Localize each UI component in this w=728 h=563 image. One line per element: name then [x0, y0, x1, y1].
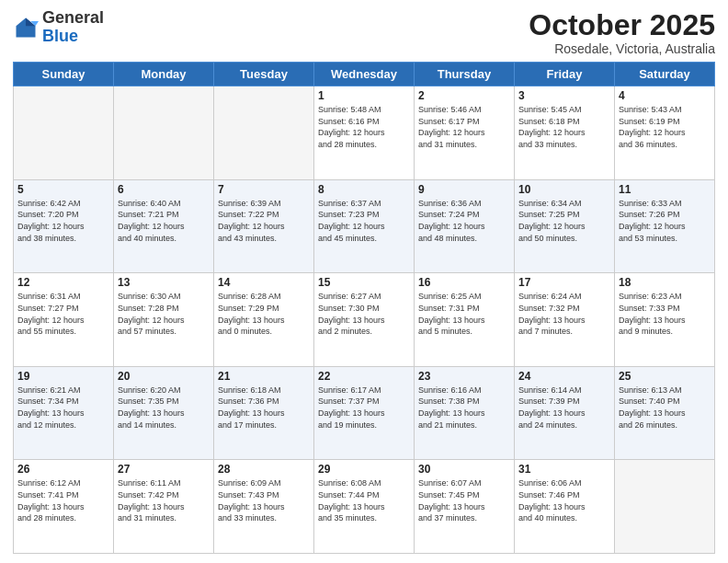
day-info: Sunrise: 6:07 AM Sunset: 7:45 PM Dayligh… [418, 477, 510, 523]
calendar-day-header: Saturday [615, 63, 715, 86]
day-number: 13 [118, 276, 210, 289]
calendar-cell [214, 86, 314, 180]
day-info: Sunrise: 6:14 AM Sunset: 7:39 PM Dayligh… [518, 385, 610, 431]
day-info: Sunrise: 5:43 AM Sunset: 6:19 PM Dayligh… [619, 104, 711, 150]
day-number: 30 [418, 463, 510, 476]
calendar-cell: 1Sunrise: 5:48 AM Sunset: 6:16 PM Daylig… [314, 86, 415, 180]
calendar-header-row: SundayMondayTuesdayWednesdayThursdayFrid… [14, 63, 715, 86]
calendar-day-header: Tuesday [214, 63, 314, 86]
day-number: 6 [118, 183, 210, 196]
day-info: Sunrise: 6:21 AM Sunset: 7:34 PM Dayligh… [17, 385, 109, 431]
logo-general-text: General [42, 8, 104, 27]
calendar-cell: 16Sunrise: 6:25 AM Sunset: 7:31 PM Dayli… [415, 273, 515, 367]
calendar-cell: 26Sunrise: 6:12 AM Sunset: 7:41 PM Dayli… [14, 460, 114, 554]
day-number: 11 [619, 183, 711, 196]
day-number: 9 [418, 183, 510, 196]
calendar-week-row: 26Sunrise: 6:12 AM Sunset: 7:41 PM Dayli… [14, 460, 715, 554]
calendar-cell: 24Sunrise: 6:14 AM Sunset: 7:39 PM Dayli… [515, 366, 615, 460]
location-subtitle: Rosedale, Victoria, Australia [529, 41, 715, 56]
day-number: 26 [17, 463, 109, 476]
day-info: Sunrise: 5:46 AM Sunset: 6:17 PM Dayligh… [418, 104, 510, 150]
calendar-cell: 17Sunrise: 6:24 AM Sunset: 7:32 PM Dayli… [515, 273, 615, 367]
calendar-day-header: Monday [114, 63, 214, 86]
calendar-cell [114, 86, 214, 180]
calendar-cell: 15Sunrise: 6:27 AM Sunset: 7:30 PM Dayli… [314, 273, 415, 367]
day-info: Sunrise: 6:24 AM Sunset: 7:32 PM Dayligh… [518, 291, 610, 337]
day-number: 15 [318, 276, 410, 289]
calendar-cell: 13Sunrise: 6:30 AM Sunset: 7:28 PM Dayli… [114, 273, 214, 367]
calendar-cell: 29Sunrise: 6:08 AM Sunset: 7:44 PM Dayli… [314, 460, 415, 554]
calendar-cell: 5Sunrise: 6:42 AM Sunset: 7:20 PM Daylig… [14, 179, 114, 273]
calendar-week-row: 12Sunrise: 6:31 AM Sunset: 7:27 PM Dayli… [14, 273, 715, 367]
day-number: 23 [418, 370, 510, 383]
day-number: 17 [518, 276, 610, 289]
calendar-week-row: 1Sunrise: 5:48 AM Sunset: 6:16 PM Daylig… [14, 86, 715, 180]
day-number: 4 [619, 89, 711, 102]
day-info: Sunrise: 6:08 AM Sunset: 7:44 PM Dayligh… [318, 477, 410, 523]
calendar-cell: 21Sunrise: 6:18 AM Sunset: 7:36 PM Dayli… [214, 366, 314, 460]
calendar-cell: 9Sunrise: 6:36 AM Sunset: 7:24 PM Daylig… [415, 179, 515, 273]
day-info: Sunrise: 6:17 AM Sunset: 7:37 PM Dayligh… [318, 385, 410, 431]
day-number: 10 [518, 183, 610, 196]
logo-blue-text: Blue [42, 27, 78, 45]
day-number: 2 [418, 89, 510, 102]
calendar-cell: 30Sunrise: 6:07 AM Sunset: 7:45 PM Dayli… [415, 460, 515, 554]
logo: General Blue [13, 9, 104, 46]
calendar-cell: 10Sunrise: 6:34 AM Sunset: 7:25 PM Dayli… [515, 179, 615, 273]
day-info: Sunrise: 6:25 AM Sunset: 7:31 PM Dayligh… [418, 291, 510, 337]
day-info: Sunrise: 6:27 AM Sunset: 7:30 PM Dayligh… [318, 291, 410, 337]
day-info: Sunrise: 6:23 AM Sunset: 7:33 PM Dayligh… [619, 291, 711, 337]
calendar-cell: 23Sunrise: 6:16 AM Sunset: 7:38 PM Dayli… [415, 366, 515, 460]
calendar-cell: 28Sunrise: 6:09 AM Sunset: 7:43 PM Dayli… [214, 460, 314, 554]
day-number: 21 [218, 370, 310, 383]
day-info: Sunrise: 6:11 AM Sunset: 7:42 PM Dayligh… [118, 477, 210, 523]
calendar-cell: 3Sunrise: 5:45 AM Sunset: 6:18 PM Daylig… [515, 86, 615, 180]
calendar-cell: 22Sunrise: 6:17 AM Sunset: 7:37 PM Dayli… [314, 366, 415, 460]
day-number: 5 [17, 183, 109, 196]
calendar-cell: 14Sunrise: 6:28 AM Sunset: 7:29 PM Dayli… [214, 273, 314, 367]
day-number: 22 [318, 370, 410, 383]
calendar-cell: 25Sunrise: 6:13 AM Sunset: 7:40 PM Dayli… [615, 366, 715, 460]
logo-icon [13, 15, 39, 40]
calendar-day-header: Sunday [14, 63, 114, 86]
calendar-cell: 19Sunrise: 6:21 AM Sunset: 7:34 PM Dayli… [14, 366, 114, 460]
day-number: 14 [218, 276, 310, 289]
day-info: Sunrise: 6:09 AM Sunset: 7:43 PM Dayligh… [218, 477, 310, 523]
header: General Blue October 2025 Rosedale, Vict… [13, 9, 715, 56]
calendar-cell: 12Sunrise: 6:31 AM Sunset: 7:27 PM Dayli… [14, 273, 114, 367]
month-title: October 2025 [529, 9, 715, 41]
calendar-cell: 2Sunrise: 5:46 AM Sunset: 6:17 PM Daylig… [415, 86, 515, 180]
day-number: 25 [619, 370, 711, 383]
logo-text: General Blue [42, 9, 104, 46]
calendar-cell: 18Sunrise: 6:23 AM Sunset: 7:33 PM Dayli… [615, 273, 715, 367]
day-info: Sunrise: 6:34 AM Sunset: 7:25 PM Dayligh… [518, 198, 610, 244]
day-info: Sunrise: 5:48 AM Sunset: 6:16 PM Dayligh… [318, 104, 410, 150]
day-number: 16 [418, 276, 510, 289]
day-number: 28 [218, 463, 310, 476]
day-number: 12 [17, 276, 109, 289]
day-info: Sunrise: 6:40 AM Sunset: 7:21 PM Dayligh… [118, 198, 210, 244]
day-info: Sunrise: 6:39 AM Sunset: 7:22 PM Dayligh… [218, 198, 310, 244]
calendar-cell: 20Sunrise: 6:20 AM Sunset: 7:35 PM Dayli… [114, 366, 214, 460]
day-info: Sunrise: 6:16 AM Sunset: 7:38 PM Dayligh… [418, 385, 510, 431]
day-number: 20 [118, 370, 210, 383]
calendar-cell: 27Sunrise: 6:11 AM Sunset: 7:42 PM Dayli… [114, 460, 214, 554]
day-number: 7 [218, 183, 310, 196]
day-info: Sunrise: 5:45 AM Sunset: 6:18 PM Dayligh… [518, 104, 610, 150]
day-number: 3 [518, 89, 610, 102]
day-number: 24 [518, 370, 610, 383]
day-number: 1 [318, 89, 410, 102]
day-info: Sunrise: 6:37 AM Sunset: 7:23 PM Dayligh… [318, 198, 410, 244]
calendar-day-header: Thursday [415, 63, 515, 86]
day-number: 27 [118, 463, 210, 476]
calendar-cell [14, 86, 114, 180]
title-area: October 2025 Rosedale, Victoria, Austral… [529, 9, 715, 56]
day-number: 19 [17, 370, 109, 383]
day-info: Sunrise: 6:28 AM Sunset: 7:29 PM Dayligh… [218, 291, 310, 337]
day-info: Sunrise: 6:36 AM Sunset: 7:24 PM Dayligh… [418, 198, 510, 244]
calendar-table: SundayMondayTuesdayWednesdayThursdayFrid… [13, 62, 715, 554]
day-info: Sunrise: 6:31 AM Sunset: 7:27 PM Dayligh… [17, 291, 109, 337]
day-info: Sunrise: 6:06 AM Sunset: 7:46 PM Dayligh… [518, 477, 610, 523]
day-info: Sunrise: 6:12 AM Sunset: 7:41 PM Dayligh… [17, 477, 109, 523]
calendar-day-header: Friday [515, 63, 615, 86]
